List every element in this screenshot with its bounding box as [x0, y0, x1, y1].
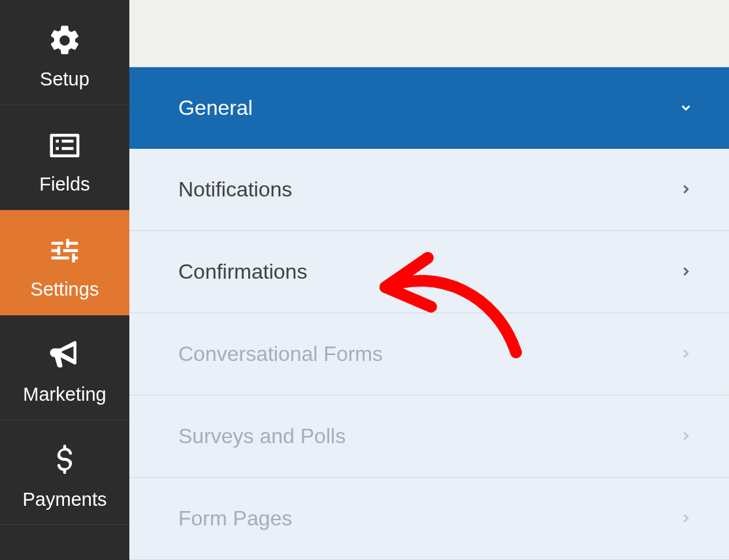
list-icon	[47, 122, 82, 169]
panel-item-form-pages[interactable]: Form Pages	[129, 478, 729, 560]
panel-item-label: Surveys and Polls	[178, 424, 346, 448]
sidebar-item-setup[interactable]: Setup	[0, 0, 129, 105]
panel-item-confirmations[interactable]: Confirmations	[129, 231, 729, 313]
sidebar-item-label: Setup	[40, 69, 89, 90]
app-layout: Setup Fields Settings Marketing Payments	[0, 0, 729, 560]
sidebar-item-marketing[interactable]: Marketing	[0, 315, 129, 420]
panel-item-label: Notifications	[178, 178, 292, 202]
chevron-down-icon	[679, 96, 693, 120]
top-bar	[129, 0, 729, 67]
sidebar-item-label: Payments	[23, 490, 107, 510]
chevron-right-icon	[679, 178, 693, 202]
panel-item-label: Conversational Forms	[178, 342, 383, 366]
sidebar-item-label: Fields	[39, 174, 89, 195]
panel-item-conversational-forms[interactable]: Conversational Forms	[129, 313, 729, 396]
panel-item-general[interactable]: General	[129, 67, 729, 149]
sidebar-item-fields[interactable]: Fields	[0, 105, 129, 210]
sliders-icon	[47, 227, 82, 274]
panel-item-surveys-and-polls[interactable]: Surveys and Polls	[129, 396, 729, 478]
chevron-right-icon	[679, 260, 693, 284]
bullhorn-icon	[47, 332, 82, 379]
chevron-right-icon	[679, 424, 693, 448]
panel-item-label: Confirmations	[178, 260, 307, 284]
sidebar-item-label: Marketing	[23, 384, 106, 405]
settings-panel: General Notifications Confirmations Conv…	[129, 67, 729, 560]
sidebar-item-label: Settings	[31, 279, 99, 300]
dollar-icon	[47, 437, 82, 484]
chevron-right-icon	[679, 342, 693, 366]
chevron-right-icon	[679, 506, 693, 531]
sidebar: Setup Fields Settings Marketing Payments	[0, 0, 129, 560]
panel-item-label: Form Pages	[178, 506, 292, 531]
panel-item-notifications[interactable]: Notifications	[129, 149, 729, 231]
gear-icon	[47, 17, 82, 64]
sidebar-item-payments[interactable]: Payments	[0, 420, 129, 525]
main-area: General Notifications Confirmations Conv…	[129, 0, 729, 560]
sidebar-item-settings[interactable]: Settings	[0, 210, 129, 315]
panel-item-label: General	[178, 96, 253, 120]
